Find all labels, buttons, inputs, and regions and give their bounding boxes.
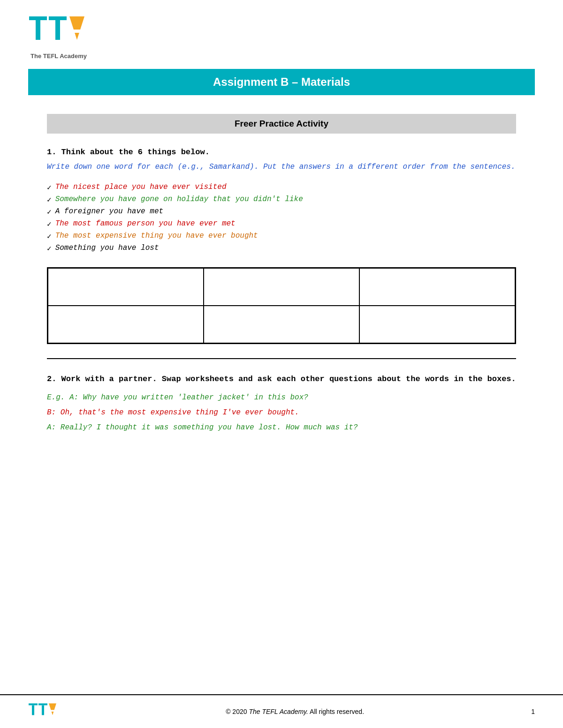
footer-logo [28,702,59,721]
dialogue-line-1: E.g. A: Why have you written 'leather ja… [47,392,516,403]
svg-rect-2 [49,16,67,20]
list-item: The most famous person you have ever met [47,219,516,229]
footer: © 2020 The TEFL Academy. All rights rese… [0,694,563,728]
svg-rect-11 [50,710,55,712]
list-item-text: The most famous person you have ever met [55,219,236,228]
svg-rect-5 [71,30,83,33]
grid-cell-6[interactable] [359,306,515,343]
svg-rect-7 [32,705,34,715]
list-item: The nicest place you have ever visited [47,183,516,192]
svg-rect-0 [29,16,47,20]
footer-brand: The TEFL Academy. [249,708,308,715]
list-item-text: Somewhere you have gone on holiday that … [55,195,303,203]
svg-rect-3 [55,20,60,40]
list-item: Somewhere you have gone on holiday that … [47,195,516,204]
list-item-text: Something you have lost [55,244,159,252]
list-item-text: The nicest place you have ever visited [55,183,227,191]
footer-copyright-symbol: © 2020 [226,708,249,715]
dialogue: E.g. A: Why have you written 'leather ja… [47,392,516,433]
exercise1-title: 1. Think about the 6 things below. [47,148,516,157]
svg-rect-6 [29,704,38,705]
list-item: A foreigner you have met [47,207,516,217]
dialogue-line-2: B: Oh, that's the most expensive thing I… [47,407,516,418]
svg-rect-9 [42,705,44,715]
footer-copyright: © 2020 The TEFL Academy. All rights rese… [226,708,364,715]
list-item-text: A foreigner you have met [55,207,163,216]
grid-cell-3[interactable] [359,268,515,306]
logo: The TEFL Academy [28,14,89,60]
page: The TEFL Academy Assignment B – Material… [0,0,563,728]
list-item: The most expensive thing you have ever b… [47,232,516,241]
title-banner-text: Assignment B – Materials [56,75,507,89]
footer-rights: All rights reserved. [308,708,364,715]
section-title-bar: Freer Practice Activity [47,114,516,134]
list-item-text: The most expensive thing you have ever b… [55,232,258,240]
logo-tagline-brand: TEFL Academy [43,53,87,60]
footer-page-number: 1 [531,708,535,715]
section-title: Freer Practice Activity [56,119,507,129]
svg-rect-1 [36,20,40,40]
exercise1-instructions: Write down one word for each (e.g., Sama… [47,161,516,173]
grid-cell-2[interactable] [204,268,359,306]
logo-svg [28,14,89,52]
checklist: The nicest place you have ever visited S… [47,183,516,253]
logo-tagline: The TEFL Academy [30,53,87,60]
logo-tagline-prefix: The [30,53,43,60]
grid-cell-5[interactable] [204,306,359,343]
header: The TEFL Academy [0,0,563,69]
dialogue-line-3: A: Really? I thought it was something yo… [47,422,516,433]
grid-cell-4[interactable] [48,306,204,343]
answer-grid [47,267,516,344]
footer-logo-svg [28,702,59,721]
svg-rect-8 [38,704,47,705]
section-divider [47,358,516,359]
grid-cell-1[interactable] [48,268,204,306]
exercise2-title: 2. Work with a partner. Swap worksheets … [47,373,516,385]
list-item: Something you have lost [47,244,516,253]
main-content: Freer Practice Activity 1. Think about t… [0,95,563,694]
title-banner: Assignment B – Materials [28,69,535,95]
svg-marker-10 [49,704,56,715]
svg-marker-4 [69,16,84,40]
